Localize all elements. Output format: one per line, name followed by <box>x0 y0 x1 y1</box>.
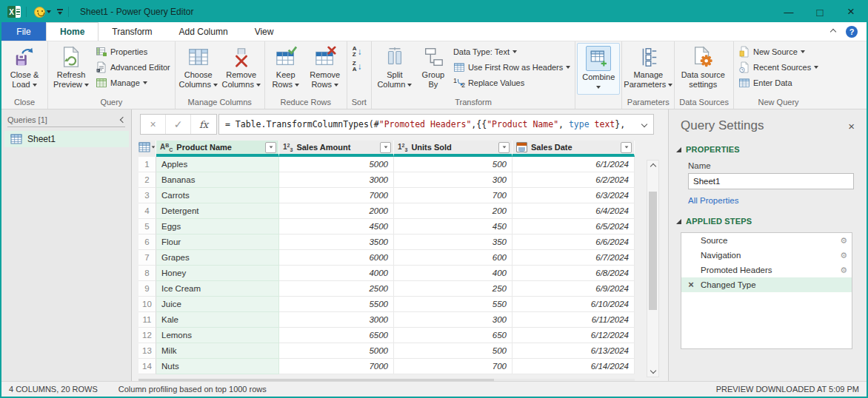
table-cell[interactable]: 450 <box>394 219 513 235</box>
table-cell[interactable]: 6/2/2024 <box>513 172 635 188</box>
table-cell[interactable]: 6/12/2024 <box>513 328 635 343</box>
table-row[interactable]: 6Flour35003506/6/2024 <box>138 235 635 250</box>
table-cell[interactable]: Juice <box>156 297 279 312</box>
table-cell[interactable]: 250 <box>394 281 513 297</box>
new-source-button[interactable]: New Source <box>738 45 818 58</box>
applied-step[interactable]: Promoted Headers⚙ <box>681 263 852 277</box>
table-cell[interactable]: Eggs <box>156 219 279 235</box>
column-header-product-name[interactable]: ABC Product Name <box>156 141 279 157</box>
enter-data-button[interactable]: Enter Data <box>738 76 818 89</box>
sort-descending-button[interactable]: ZA ↓ <box>353 61 362 72</box>
table-cell[interactable]: Bananas <box>156 172 279 188</box>
table-cell[interactable]: 350 <box>394 235 513 250</box>
gear-icon[interactable]: ⚙ <box>840 236 847 246</box>
table-cell[interactable]: 13 <box>138 343 156 359</box>
table-row[interactable]: 2Bananas30003006/2/2024 <box>138 172 635 188</box>
gear-icon[interactable]: ⚙ <box>840 266 847 275</box>
keep-rows-button[interactable]: Keep Rows <box>267 43 305 90</box>
remove-rows-button[interactable]: Remove Rows <box>305 43 345 90</box>
table-cell[interactable]: 8 <box>138 266 156 281</box>
table-cell[interactable]: 3000 <box>279 172 394 188</box>
table-cell[interactable]: 300 <box>394 172 513 188</box>
table-cell[interactable]: 5000 <box>279 343 394 359</box>
manage-parameters-button[interactable]: Manage Parameters <box>624 43 672 90</box>
table-cell[interactable]: 6500 <box>279 328 394 343</box>
quick-access-smiley-button[interactable] <box>34 7 51 18</box>
sort-ascending-button[interactable]: AZ ↓ <box>353 46 362 58</box>
table-row[interactable]: 3Carrots70007006/3/2024 <box>138 188 635 203</box>
expand-formula-bar-icon[interactable] <box>641 121 647 127</box>
table-cell[interactable]: 12 <box>138 328 156 343</box>
filter-button[interactable] <box>621 142 632 153</box>
table-cell[interactable]: 10 <box>138 297 156 312</box>
table-cell[interactable]: 7000 <box>279 188 394 203</box>
filter-button[interactable] <box>498 142 510 153</box>
table-cell[interactable]: Detergent <box>156 203 279 219</box>
excel-icon[interactable]: X <box>7 6 21 18</box>
table-row[interactable]: 13Milk50005006/13/2024 <box>138 343 635 359</box>
column-header-sales-date[interactable]: Sales Date <box>513 141 635 157</box>
table-row[interactable]: 12Lemons65006506/12/2024 <box>138 328 635 343</box>
scroll-down-button[interactable] <box>647 365 658 377</box>
recent-sources-button[interactable]: Recent Sources <box>738 61 818 73</box>
table-row[interactable]: 11Kale30003006/11/2024 <box>138 312 635 328</box>
tab-add-column[interactable]: Add Column <box>166 22 241 41</box>
table-cell[interactable]: 700 <box>394 188 513 203</box>
refresh-preview-button[interactable]: Refresh Preview <box>50 43 93 90</box>
properties-section-header[interactable]: PROPERTIES <box>669 145 867 154</box>
table-cell[interactable]: 4000 <box>279 266 394 281</box>
cancel-formula-button[interactable]: × <box>141 115 166 134</box>
collapse-ribbon-icon[interactable] <box>830 28 836 34</box>
table-cell[interactable]: Nuts <box>156 359 279 374</box>
close-and-load-button[interactable]: Close & Load <box>3 43 46 90</box>
table-cell[interactable]: 11 <box>138 312 156 328</box>
table-row[interactable]: 14Nuts70007006/14/2024 <box>138 359 635 374</box>
combine-button[interactable]: Combine <box>577 43 620 95</box>
table-row[interactable]: 4Detergent20002006/4/2024 <box>138 203 635 219</box>
applied-step[interactable]: Navigation⚙ <box>681 248 852 263</box>
applied-step[interactable]: Source⚙ <box>681 233 852 248</box>
table-row[interactable]: 8Honey40004006/8/2024 <box>138 266 635 281</box>
table-cell[interactable]: 650 <box>394 328 513 343</box>
table-cell[interactable]: Ice Cream <box>156 281 279 297</box>
table-cell[interactable]: 400 <box>394 266 513 281</box>
table-cell[interactable]: 9 <box>138 281 156 297</box>
table-cell[interactable]: 2000 <box>279 203 394 219</box>
table-cell[interactable]: Flour <box>156 235 279 250</box>
delete-step-icon[interactable]: × <box>681 277 701 292</box>
table-cell[interactable]: Kale <box>156 312 279 328</box>
filter-button[interactable] <box>265 142 276 153</box>
table-cell[interactable]: 300 <box>394 312 513 328</box>
split-column-button[interactable]: Split Column <box>373 43 416 90</box>
data-type-button[interactable]: Data Type: Text <box>453 45 570 58</box>
minimize-button[interactable]: — <box>773 1 804 22</box>
query-name-input[interactable] <box>688 173 854 189</box>
close-button[interactable]: × <box>835 1 867 22</box>
scroll-up-button[interactable] <box>647 161 658 172</box>
table-cell[interactable]: 6/13/2024 <box>513 343 635 359</box>
table-cell[interactable]: 200 <box>394 203 513 219</box>
all-properties-link[interactable]: All Properties <box>688 196 867 205</box>
table-row[interactable]: 5Eggs45004506/5/2024 <box>138 219 635 235</box>
use-first-row-as-headers-button[interactable]: Use First Row as Headers <box>453 61 570 73</box>
query-item-sheet1[interactable]: Sheet1 <box>4 131 129 147</box>
fx-add-step-button[interactable]: fx <box>191 115 216 134</box>
table-cell[interactable]: 6/4/2024 <box>513 203 635 219</box>
choose-columns-button[interactable]: Choose Columns <box>177 43 220 90</box>
table-cell[interactable]: 4500 <box>279 219 394 235</box>
table-cell[interactable]: 2500 <box>279 281 394 297</box>
table-cell[interactable]: 5 <box>138 219 156 235</box>
table-row[interactable]: 7Grapes60006006/7/2024 <box>138 250 635 266</box>
table-cell[interactable]: Milk <box>156 343 279 359</box>
replace-values-button[interactable]: 12 Replace Values <box>453 76 570 89</box>
column-profiling-status[interactable]: Column profiling based on top 1000 rows <box>118 385 267 394</box>
collapse-queries-pane-icon[interactable] <box>120 117 126 123</box>
table-cell[interactable]: 6/14/2024 <box>513 359 635 374</box>
table-cell[interactable]: 7000 <box>279 359 394 374</box>
applied-steps-section-header[interactable]: APPLIED STEPS <box>669 217 867 226</box>
table-cell[interactable]: 6/10/2024 <box>513 297 635 312</box>
table-cell[interactable]: 3 <box>138 188 156 203</box>
close-pane-icon[interactable]: × <box>848 120 855 132</box>
table-cell[interactable]: 6/9/2024 <box>513 281 635 297</box>
row-selector-header[interactable] <box>138 141 156 157</box>
